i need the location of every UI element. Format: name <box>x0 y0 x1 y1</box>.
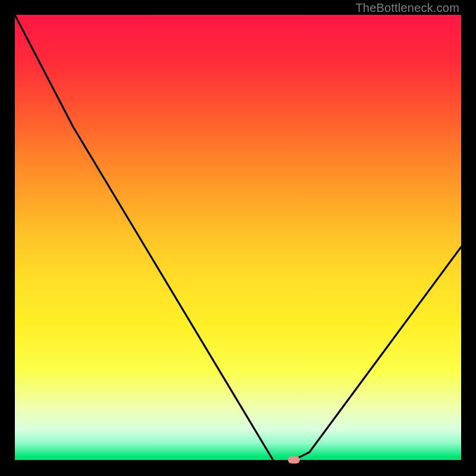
chart-container: TheBottleneck.com <box>0 0 476 476</box>
watermark-text: TheBottleneck.com <box>355 1 459 15</box>
curve-path <box>15 15 461 461</box>
plot-area <box>15 15 461 461</box>
bottleneck-curve <box>15 15 461 461</box>
optimal-point-marker <box>288 456 300 464</box>
